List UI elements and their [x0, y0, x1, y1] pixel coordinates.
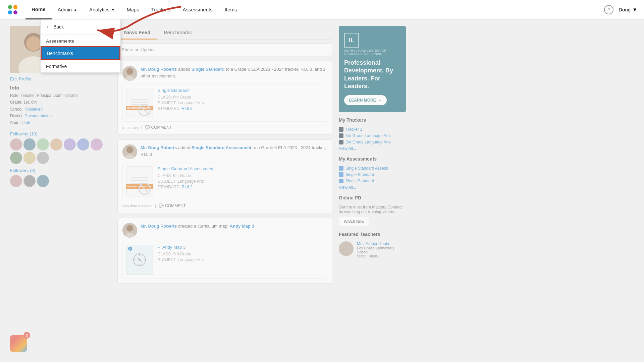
back-arrow-icon: ←	[46, 24, 51, 29]
help-button[interactable]: ?	[604, 5, 613, 14]
nav-items: Home Admin ▲ Analytics ▼ Maps Trackers A…	[25, 0, 604, 19]
top-navigation: Home Admin ▲ Analytics ▼ Maps Trackers A…	[0, 0, 644, 19]
dropdown-back-button[interactable]: ← Back	[41, 19, 120, 35]
app-logo[interactable]	[7, 4, 19, 16]
svg-point-0	[8, 5, 12, 9]
svg-point-1	[13, 5, 17, 9]
nav-right: ? Doug ▼	[604, 5, 637, 14]
benchmarks-item[interactable]: Benchmarks	[41, 46, 120, 60]
analytics-dropdown: ← Back Assessments Benchmarks Formative	[40, 19, 121, 73]
svg-point-2	[8, 10, 12, 14]
formative-item[interactable]: Formative	[41, 60, 120, 72]
nav-assessments[interactable]: Assessments	[177, 0, 219, 19]
nav-admin[interactable]: Admin ▲	[52, 0, 83, 19]
admin-chevron-icon: ▲	[73, 8, 77, 12]
nav-maps[interactable]: Maps	[121, 0, 145, 19]
nav-home[interactable]: Home	[25, 0, 52, 19]
nav-trackers[interactable]: Trackers	[145, 0, 177, 19]
nav-items[interactable]: Items	[219, 0, 243, 19]
analytics-chevron-icon: ▼	[111, 8, 115, 12]
svg-point-3	[13, 10, 17, 14]
user-menu[interactable]: Doug ▼	[619, 7, 637, 12]
nav-analytics[interactable]: Analytics ▼	[83, 0, 121, 19]
user-chevron-icon: ▼	[632, 7, 637, 12]
assessments-label: Assessments	[41, 35, 120, 46]
